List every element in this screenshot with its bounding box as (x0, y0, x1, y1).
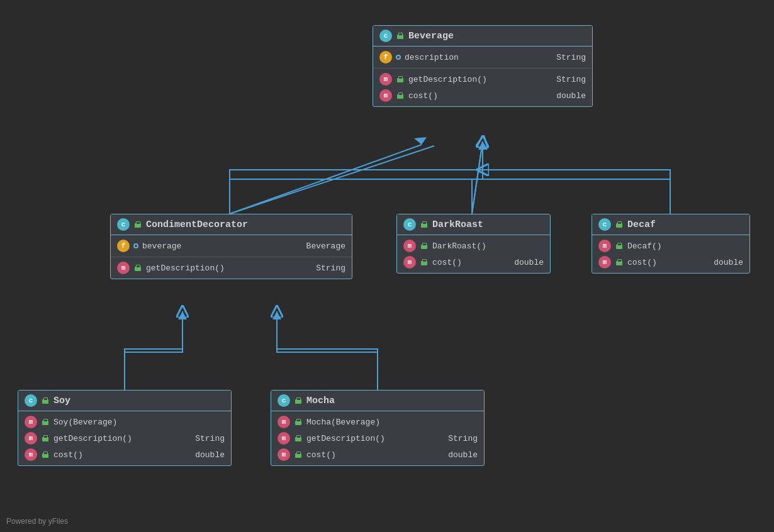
decaf-badge-m2: m (598, 256, 611, 269)
visibility-circle2 (133, 243, 138, 248)
method-badge-m2: m (379, 89, 392, 102)
svg-rect-52 (44, 436, 47, 438)
mocha-class-name: Mocha (306, 396, 335, 406)
dr-green-icon1 (420, 241, 429, 250)
soy-node[interactable]: c Soy m Soy(Beverage) m getDescription()… (18, 390, 232, 466)
decaf-header: c Decaf (592, 214, 749, 235)
beverage-method-getdesc: m getDescription() String (379, 71, 586, 87)
decaf-method-cost: m cost() double (598, 254, 743, 270)
dr-method-name1: DarkRoast() (432, 241, 486, 251)
svg-rect-43 (618, 260, 621, 262)
svg-rect-19 (399, 93, 402, 95)
field-type2: Beverage (300, 241, 345, 251)
svg-line-10 (472, 141, 483, 214)
method-name2: cost() (408, 91, 438, 101)
decaf-class-name: Decaf (627, 219, 656, 230)
mocha-methods: m Mocha(Beverage) m getDescription() Str… (271, 411, 484, 465)
beverage-badge-c: c (379, 30, 392, 42)
decaf-methods: m Decaf() m cost() double (592, 235, 749, 273)
beverage-fields: f description String (373, 47, 592, 69)
decaf-node[interactable]: c Decaf m Decaf() m cost() double (592, 214, 750, 274)
mocha-method-getdesc: m getDescription() String (278, 430, 478, 446)
decaf-method-name2: cost() (627, 258, 657, 267)
decaf-green-icon2 (615, 258, 624, 267)
cm-badge-m: m (117, 262, 130, 274)
darkroast-method-ctor: m DarkRoast() (403, 238, 544, 254)
mocha-method-ctor: m Mocha(Beverage) (278, 414, 478, 430)
darkroast-class-name: DarkRoast (432, 219, 483, 230)
mocha-green-icon (294, 396, 303, 405)
condiment-class-name: CondimentDecorator (146, 219, 248, 230)
soy-method-type3: double (189, 450, 225, 460)
soy-method-name1: Soy(Beverage) (53, 418, 117, 427)
darkroast-green-icon (420, 220, 429, 229)
mocha-method-name1: Mocha(Beverage) (306, 418, 380, 427)
svg-rect-64 (297, 436, 300, 438)
field-badge-f: f (379, 51, 392, 64)
condiment-badge-c: c (117, 218, 130, 231)
svg-rect-31 (423, 243, 426, 245)
soy-methods: m Soy(Beverage) m getDescription() Strin… (18, 411, 231, 465)
mocha-green-icon2 (294, 434, 303, 443)
mocha-method-name3: cost() (306, 450, 336, 460)
method-badge-m: m (379, 73, 392, 86)
method-name: getDescription() (408, 75, 487, 84)
condiment-field-beverage: f beverage Beverage (117, 238, 345, 254)
soy-method-type2: String (189, 434, 225, 443)
condiment-header: c CondimentDecorator (111, 214, 352, 235)
diagram-canvas: c Beverage f description String m getDes… (0, 0, 774, 532)
dr-method-type2: double (508, 258, 544, 267)
svg-rect-58 (297, 398, 300, 400)
soy-green-icon (41, 396, 50, 405)
svg-rect-61 (297, 419, 300, 421)
mocha-method-name2: getDescription() (306, 434, 385, 443)
cm-method-name: getDescription() (146, 263, 225, 273)
method-green-icon2 (396, 91, 405, 100)
mocha-badge-c: c (278, 394, 290, 407)
condiment-methods: m getDescription() String (111, 257, 352, 279)
svg-rect-13 (399, 33, 402, 35)
svg-rect-16 (399, 77, 402, 79)
soy-green-icon3 (41, 450, 50, 459)
svg-marker-7 (178, 311, 187, 319)
svg-marker-6 (478, 141, 488, 150)
soy-method-cost: m cost() double (25, 446, 225, 463)
condiment-decorator-node[interactable]: c CondimentDecorator f beverage Beverage… (110, 214, 352, 279)
field-name2: beverage (142, 241, 181, 251)
svg-marker-3 (478, 141, 487, 150)
beverage-node[interactable]: c Beverage f description String m getDes… (373, 25, 593, 107)
cm-green-icon (133, 263, 142, 272)
field-badge-f2: f (117, 240, 130, 252)
mocha-method-type3: double (442, 450, 478, 460)
mocha-badge-m1: m (278, 416, 290, 428)
decaf-green-icon (615, 220, 624, 229)
method-green-icon (396, 75, 405, 84)
dr-badge-m1: m (403, 240, 416, 252)
soy-badge-m2: m (25, 432, 37, 445)
svg-rect-37 (618, 222, 621, 224)
powered-by-label: Powered by yFiles (6, 517, 68, 526)
mocha-green-icon3 (294, 450, 303, 459)
svg-rect-28 (423, 222, 426, 224)
svg-rect-34 (423, 260, 426, 262)
darkroast-node[interactable]: c DarkRoast m DarkRoast() m cost() doubl… (396, 214, 551, 274)
decaf-method-name1: Decaf() (627, 241, 662, 251)
decaf-method-type2: double (707, 258, 743, 267)
decaf-badge-c: c (598, 218, 611, 231)
soy-badge-m3: m (25, 448, 37, 461)
svg-rect-55 (44, 452, 47, 454)
soy-green-icon1 (41, 418, 50, 426)
beverage-field-description: f description String (379, 49, 586, 65)
soy-badge-c: c (25, 394, 37, 407)
soy-green-icon2 (41, 434, 50, 443)
field-name: description (405, 53, 459, 62)
dr-green-icon2 (420, 258, 429, 267)
svg-rect-40 (618, 243, 621, 245)
darkroast-badge-c: c (403, 218, 416, 231)
decaf-badge-m1: m (598, 240, 611, 252)
svg-line-5 (472, 141, 483, 214)
soy-method-name2: getDescription() (53, 434, 132, 443)
soy-method-name3: cost() (53, 450, 83, 460)
beverage-header: c Beverage (373, 26, 592, 47)
mocha-node[interactable]: c Mocha m Mocha(Beverage) m getDescripti… (271, 390, 485, 466)
